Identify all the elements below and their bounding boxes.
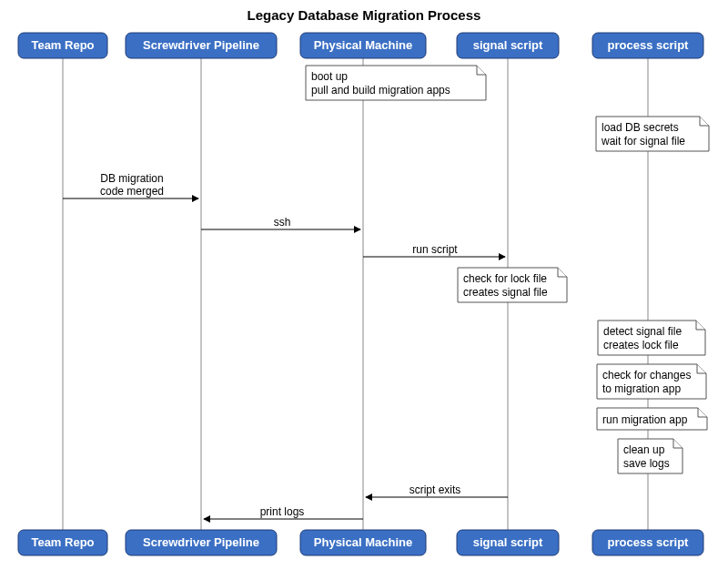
msg-db-migration-l2: code merged xyxy=(100,185,164,198)
note-text-line: run migration app xyxy=(602,413,688,426)
note-check-changes: check for changes to migration app xyxy=(597,364,706,399)
note-detect-signal: detect signal file creates lock file xyxy=(598,321,705,355)
participant-physical-machine-bottom: Physical Machine xyxy=(300,530,426,555)
note-run-migration: run migration app xyxy=(597,408,707,430)
note-text-line: save logs xyxy=(623,457,670,470)
participant-label: signal script xyxy=(473,38,543,52)
note-text-line: wait for signal file xyxy=(601,135,685,148)
note-text-line: check for lock file xyxy=(463,272,547,285)
msg-script-exits: script exits xyxy=(410,483,461,496)
participant-label: Physical Machine xyxy=(314,535,412,549)
participant-label: Physical Machine xyxy=(314,38,412,52)
participant-team-repo-top: Team Repo xyxy=(18,33,107,58)
note-text-line: load DB secrets xyxy=(602,121,679,134)
note-text-line: detect signal file xyxy=(603,325,682,338)
note-check-lock: check for lock file creates signal file xyxy=(458,268,567,302)
note-text-line: boot up xyxy=(311,70,348,83)
participant-signal-script-top: signal script xyxy=(457,33,559,58)
msg-run-script: run script xyxy=(412,243,458,256)
participant-team-repo-bottom: Team Repo xyxy=(18,530,107,555)
participant-screwdriver-bottom: Screwdriver Pipeline xyxy=(126,530,277,555)
participant-label: Screwdriver Pipeline xyxy=(143,38,259,52)
msg-db-migration-l1: DB migration xyxy=(100,172,163,185)
participant-label: signal script xyxy=(473,535,543,549)
note-text-line: check for changes xyxy=(602,369,691,382)
participant-label: Screwdriver Pipeline xyxy=(143,535,259,549)
participant-label: Team Repo xyxy=(31,38,94,52)
participant-screwdriver-top: Screwdriver Pipeline xyxy=(126,33,277,58)
participant-label: process script xyxy=(608,535,690,549)
note-text-line: creates signal file xyxy=(463,286,548,299)
note-cleanup: clean up save logs xyxy=(618,439,682,473)
note-text-line: clean up xyxy=(623,443,665,456)
note-boot-up: boot up pull and build migration apps xyxy=(306,66,486,100)
note-text-line: pull and build migration apps xyxy=(311,84,450,97)
participant-label: process script xyxy=(608,38,690,52)
participant-physical-machine-top: Physical Machine xyxy=(300,33,426,58)
note-text-line: to migration app xyxy=(602,382,681,395)
msg-ssh: ssh xyxy=(274,216,291,229)
note-text-line: creates lock file xyxy=(603,339,679,351)
diagram-title: Legacy Database Migration Process xyxy=(248,7,481,23)
participant-process-script-bottom: process script xyxy=(592,530,703,555)
participant-process-script-top: process script xyxy=(592,33,703,58)
participant-label: Team Repo xyxy=(31,535,94,549)
msg-print-logs: print logs xyxy=(260,505,305,518)
note-load-secrets: load DB secrets wait for signal file xyxy=(596,117,709,151)
participant-signal-script-bottom: signal script xyxy=(457,530,559,555)
